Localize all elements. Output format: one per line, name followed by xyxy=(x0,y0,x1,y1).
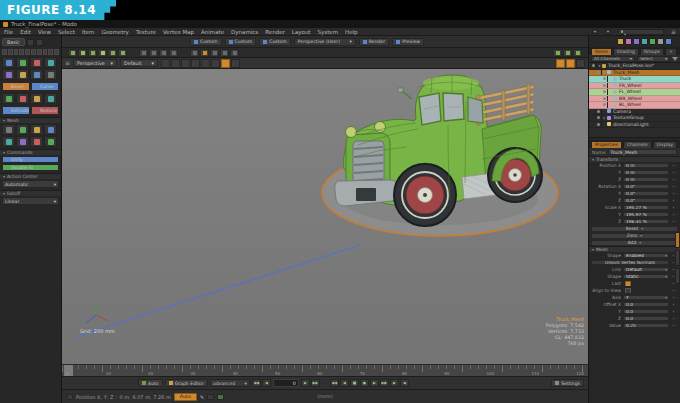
tool-button[interactable]: Extrude xyxy=(2,106,30,115)
symmetry-icon[interactable] xyxy=(573,49,582,57)
transform-action-button[interactable]: Reset▾ xyxy=(591,226,678,232)
playback-button[interactable]: ◀◀ xyxy=(330,379,339,387)
layout-dropdown[interactable]: Perspective (User)▾ xyxy=(294,38,356,46)
component-mode-icon[interactable] xyxy=(118,49,127,57)
timeline-ruler[interactable]: 0102030405060708090100110120 xyxy=(62,364,588,376)
tool-icon-button[interactable] xyxy=(2,69,15,80)
add-mini-icon[interactable] xyxy=(592,29,598,34)
tool-icon-button[interactable] xyxy=(44,93,57,104)
shading-mode-button[interactable] xyxy=(181,59,190,68)
filter-icon[interactable] xyxy=(672,57,678,61)
auto-save-button[interactable]: Auto xyxy=(174,393,197,401)
visibility-eye-icon[interactable] xyxy=(595,109,602,115)
tool-icon-button[interactable] xyxy=(44,69,57,80)
playback-button[interactable]: ● xyxy=(360,379,369,387)
symmetry-icon[interactable] xyxy=(563,49,572,57)
item-list-tab[interactable]: Shading xyxy=(613,48,639,55)
menu-item[interactable]: Help xyxy=(345,29,358,35)
channel-filter-dropdown[interactable]: All Channels▾ xyxy=(591,56,635,62)
custom-layout-button[interactable]: Custom xyxy=(225,38,257,46)
visibility-eye-icon[interactable] xyxy=(601,89,608,95)
tool-icon-button[interactable] xyxy=(16,124,29,135)
selection-mode-icon[interactable] xyxy=(54,49,59,55)
add-item-icon[interactable] xyxy=(649,38,656,45)
prop-field[interactable]: 0 m xyxy=(623,170,669,176)
select-filter-dropdown[interactable]: Select▾ xyxy=(637,56,670,62)
prop-field[interactable]: 0.0° xyxy=(623,198,669,204)
snap-icon[interactable] xyxy=(149,49,158,57)
shading-style-dropdown[interactable]: Default▾ xyxy=(120,59,158,67)
item-list-tab[interactable]: + xyxy=(665,48,677,55)
selection-mode-icon[interactable] xyxy=(31,49,36,55)
selection-mode-icon[interactable] xyxy=(43,49,48,55)
visibility-eye-icon[interactable] xyxy=(595,115,602,121)
workplane-icon[interactable] xyxy=(230,49,239,57)
channel-state-dots[interactable] xyxy=(671,192,678,195)
add-item-icon[interactable] xyxy=(617,38,624,45)
command-button[interactable]: Unify xyxy=(2,156,59,163)
playback-button[interactable]: ▶ xyxy=(370,379,379,387)
action-center-dropdown[interactable]: Automatic▾ xyxy=(2,180,59,188)
symmetry-icon[interactable] xyxy=(553,49,562,57)
transport-mode-dropdown[interactable]: advanced▾ xyxy=(210,379,250,387)
selection-mode-icon[interactable] xyxy=(19,49,24,55)
shading-mode-button[interactable] xyxy=(231,59,240,68)
tool-icon-button[interactable] xyxy=(30,136,43,147)
tool-icon-button[interactable] xyxy=(2,93,15,104)
shading-mode-button[interactable] xyxy=(221,59,230,68)
item-list-tab[interactable]: Items xyxy=(591,48,612,55)
playback-button[interactable]: ▶ xyxy=(390,379,399,387)
visibility-eye-icon[interactable] xyxy=(601,102,608,108)
channel-state-dots[interactable] xyxy=(671,206,678,209)
playback-button[interactable]: ■ xyxy=(350,379,359,387)
playback-button[interactable]: ◀ xyxy=(400,379,409,387)
channel-state-dots[interactable] xyxy=(671,296,678,299)
prop-field[interactable]: Y xyxy=(623,295,669,301)
layout-right-button[interactable]: Preview xyxy=(392,38,424,46)
visibility-eye-icon[interactable] xyxy=(590,63,597,69)
menu-item[interactable]: Layout xyxy=(292,29,311,35)
transport-button[interactable]: ◀◀ xyxy=(252,379,261,387)
channel-state-dots[interactable] xyxy=(671,178,678,181)
snap-icon[interactable] xyxy=(159,49,168,57)
side-tab-mesh[interactable] xyxy=(675,250,680,266)
menu-item[interactable]: Texture xyxy=(136,29,156,35)
snap-icon[interactable] xyxy=(139,49,148,57)
section-header-falloff[interactable]: ▾Falloff xyxy=(0,190,61,196)
tool-icon-button[interactable] xyxy=(16,136,29,147)
prop-field[interactable]: Enabled xyxy=(623,253,669,259)
workplane-icon[interactable] xyxy=(200,49,209,57)
transport-button[interactable]: ▶▶ xyxy=(311,379,320,387)
channel-state-dots[interactable] xyxy=(671,324,678,327)
tool-icon-button[interactable] xyxy=(16,93,29,104)
menu-item[interactable]: File xyxy=(4,29,13,35)
menu-item[interactable]: Animate xyxy=(201,29,224,35)
menu-item[interactable]: System xyxy=(318,29,339,35)
visibility-eye-icon[interactable] xyxy=(601,83,608,89)
prop-field[interactable]: 0.0 xyxy=(623,302,669,308)
falloff-dropdown[interactable]: Linear▾ xyxy=(2,197,59,205)
status-mini-button-green[interactable] xyxy=(217,394,224,400)
tool-icon-button[interactable] xyxy=(16,69,29,80)
tool-icon-button[interactable] xyxy=(30,69,43,80)
prop-field[interactable]: 0.0° xyxy=(623,191,669,197)
frame-field[interactable]: 0 xyxy=(273,379,299,387)
transport-button[interactable]: ◀ xyxy=(262,379,271,387)
prop-field[interactable]: 0.25 xyxy=(623,323,669,329)
autokey-button[interactable]: Auto xyxy=(138,379,163,387)
selection-mode-icon[interactable] xyxy=(2,49,7,55)
channel-state-dots[interactable] xyxy=(671,171,678,174)
transform-action-button[interactable]: Zero▾ xyxy=(591,233,678,239)
shading-mode-button[interactable] xyxy=(161,59,170,68)
channel-state-dots[interactable] xyxy=(671,185,678,188)
menu-item[interactable]: Render xyxy=(265,29,285,35)
snap-icon[interactable] xyxy=(169,49,178,57)
menu-item[interactable]: Item xyxy=(82,29,95,35)
transport-button[interactable]: ▶ xyxy=(301,379,310,387)
command-button[interactable]: Double Si xyxy=(2,164,59,171)
prop-field[interactable]: 0.0 xyxy=(623,309,669,315)
prop-field[interactable]: 0.0° xyxy=(623,184,669,190)
tool-icon-button[interactable] xyxy=(30,57,43,68)
viewport-toggle-button[interactable] xyxy=(576,59,585,68)
graph-editor-button[interactable]: Graph Editor xyxy=(165,379,208,387)
